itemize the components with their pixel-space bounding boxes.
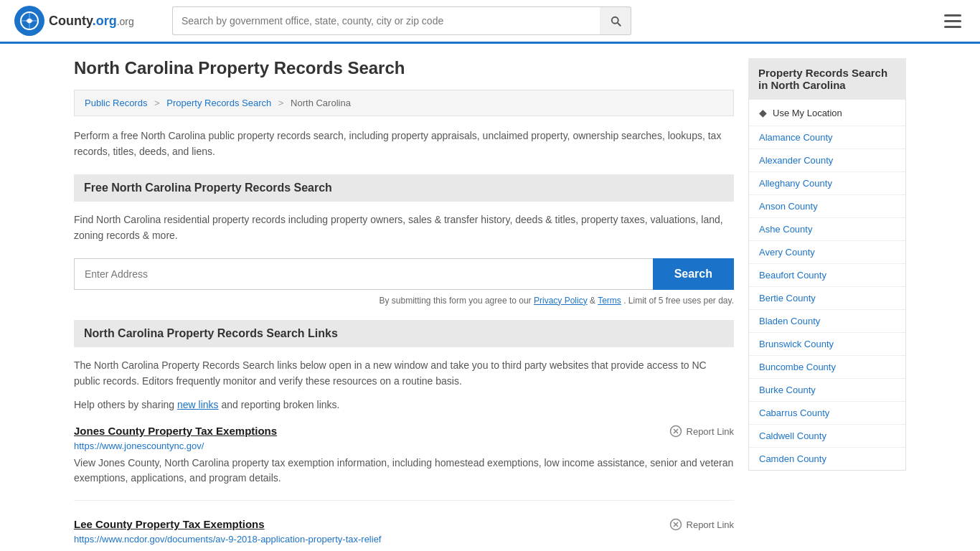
logo-link[interactable]: County.org.org — [14, 6, 158, 36]
menu-line-2 — [944, 20, 961, 22]
sidebar-item-buncombe[interactable]: Buncombe County — [749, 356, 905, 378]
sidebar-use-location[interactable]: ◆ Use My Location — [749, 100, 905, 126]
list-item: Camden County — [749, 448, 905, 470]
list-item: Bertie County — [749, 287, 905, 310]
content-area: North Carolina Property Records Search P… — [74, 58, 734, 551]
link-url[interactable]: https://www.jonescountync.gov/ — [74, 441, 734, 451]
list-item: Avery County — [749, 241, 905, 264]
sidebar-item-caldwell[interactable]: Caldwell County — [749, 425, 905, 447]
sidebar-item-bertie[interactable]: Bertie County — [749, 287, 905, 309]
breadcrumb-current: North Carolina — [291, 98, 351, 108]
breadcrumb-sep-1: > — [154, 98, 160, 108]
sidebar-item-beaufort[interactable]: Beaufort County — [749, 264, 905, 286]
sidebar-item-ashe[interactable]: Ashe County — [749, 218, 905, 240]
list-item: Caldwell County — [749, 425, 905, 448]
link-url[interactable]: https://www.ncdor.gov/documents/av-9-201… — [74, 534, 734, 545]
menu-line-3 — [944, 26, 961, 28]
sidebar-item-alamance[interactable]: Alamance County — [749, 126, 905, 149]
sidebar-item-alexander[interactable]: Alexander County — [749, 149, 905, 171]
logo-text: County.org.org — [49, 14, 134, 29]
list-item: Burke County — [749, 379, 905, 402]
menu-line-1 — [944, 14, 961, 17]
sidebar-item-bladen[interactable]: Bladen County — [749, 310, 905, 332]
header-search-button[interactable] — [600, 6, 631, 35]
header-search-input[interactable] — [172, 6, 600, 35]
list-item: Cabarrus County — [749, 402, 905, 425]
list-item: Buncombe County — [749, 356, 905, 379]
list-item: Alleghany County — [749, 172, 905, 195]
menu-button[interactable] — [940, 10, 966, 32]
list-item: Ashe County — [749, 218, 905, 241]
link-item-header: Jones County Property Tax Exemptions Rep… — [74, 425, 734, 438]
breadcrumb-sep-2: > — [278, 98, 284, 108]
privacy-policy-link[interactable]: Privacy Policy — [534, 296, 588, 306]
breadcrumb-property-records[interactable]: Property Records Search — [166, 98, 271, 108]
terms-link[interactable]: Terms — [598, 296, 621, 306]
page-description: Perform a free North Carolina public pro… — [74, 128, 734, 160]
search-button[interactable]: Search — [653, 258, 734, 290]
sidebar-item-alleghany[interactable]: Alleghany County — [749, 172, 905, 194]
list-item: Brunswick County — [749, 333, 905, 356]
sidebar-item-cabarrus[interactable]: Cabarrus County — [749, 402, 905, 424]
sidebar-title: Property Records Search in North Carolin… — [748, 58, 906, 100]
sharing-line: Help others by sharing new links and rep… — [74, 399, 734, 410]
use-location-link[interactable]: ◆ Use My Location — [749, 100, 905, 126]
report-link-button[interactable]: Report Link — [669, 425, 734, 438]
main-container: North Carolina Property Records Search P… — [60, 44, 920, 551]
free-search-heading: Free North Carolina Property Records Sea… — [74, 174, 734, 202]
search-icon — [609, 14, 622, 27]
link-description: View Jones County, North Carolina proper… — [74, 456, 734, 486]
sidebar: Property Records Search in North Carolin… — [748, 58, 906, 551]
list-item: Alexander County — [749, 149, 905, 172]
breadcrumb: Public Records > Property Records Search… — [74, 90, 734, 116]
address-input[interactable] — [74, 258, 653, 290]
list-item: Alamance County — [749, 126, 905, 149]
sidebar-item-brunswick[interactable]: Brunswick County — [749, 333, 905, 355]
link-item: Lee County Property Tax Exemptions Repor… — [74, 518, 734, 551]
sidebar-item-camden[interactable]: Camden County — [749, 448, 905, 470]
link-item-header: Lee County Property Tax Exemptions Repor… — [74, 518, 734, 531]
links-section-heading: North Carolina Property Records Search L… — [74, 320, 734, 347]
report-icon — [669, 425, 682, 438]
form-disclaimer: By submitting this form you agree to our… — [74, 296, 734, 306]
page-title: North Carolina Property Records Search — [74, 58, 734, 78]
sidebar-item-avery[interactable]: Avery County — [749, 241, 905, 263]
list-item: Beaufort County — [749, 264, 905, 287]
breadcrumb-public-records[interactable]: Public Records — [85, 98, 147, 108]
link-item-title[interactable]: Lee County Property Tax Exemptions — [74, 518, 265, 530]
list-item: Anson County — [749, 195, 905, 218]
location-icon: ◆ — [759, 107, 767, 118]
header-search-container — [172, 6, 631, 35]
property-search-form: Search By submitting this form you agree… — [74, 258, 734, 306]
list-item: Bladen County — [749, 310, 905, 333]
report-icon — [669, 518, 682, 531]
sidebar-item-burke[interactable]: Burke County — [749, 379, 905, 401]
sidebar-county-list: ◆ Use My Location Alamance County Alexan… — [748, 100, 906, 471]
logo-icon — [14, 6, 44, 36]
site-header: County.org.org — [0, 0, 980, 44]
sidebar-item-anson[interactable]: Anson County — [749, 195, 905, 217]
search-form-row: Search — [74, 258, 734, 290]
links-description: The North Carolina Property Records Sear… — [74, 357, 734, 390]
link-item-title[interactable]: Jones County Property Tax Exemptions — [74, 425, 277, 437]
new-links-link[interactable]: new links — [177, 399, 219, 410]
free-search-description: Find North Carolina residential property… — [74, 212, 734, 244]
report-link-button[interactable]: Report Link — [669, 518, 734, 531]
link-item: Jones County Property Tax Exemptions Rep… — [74, 425, 734, 501]
